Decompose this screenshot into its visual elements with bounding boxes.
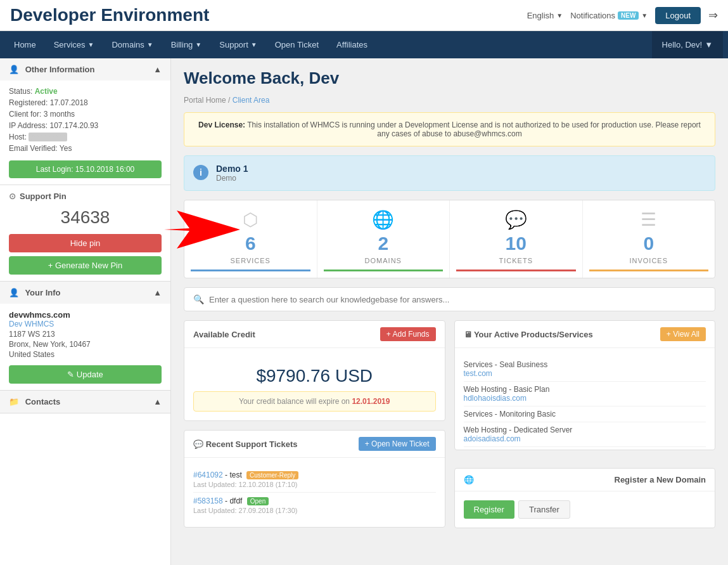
your-info-body: devwhmcs.com Dev WHMCS 1187 WS 213 Bronx… <box>0 304 170 390</box>
notifications-button[interactable]: Notifications NEW ▼ <box>570 11 648 20</box>
stat-tickets[interactable]: 💬 10 TICKETS <box>450 200 583 278</box>
support-dropdown-icon: ▼ <box>251 41 257 48</box>
notif-label: Notifications <box>570 11 615 20</box>
nav-home[interactable]: Home <box>5 31 45 58</box>
contacts-section: 📁 Contacts ▲ <box>0 391 170 413</box>
dev-license-prefix: Dev License: <box>198 120 245 129</box>
domains-dropdown-icon: ▼ <box>147 41 153 48</box>
breadcrumb-portal[interactable]: Portal Home <box>184 96 226 105</box>
product-link-4[interactable]: adoisadiasd.com <box>464 434 706 443</box>
products-card-body: Services - Seal Business test.com Web Ho… <box>455 348 715 450</box>
tickets-stat-icon: 💬 <box>456 209 576 230</box>
other-info-title: Other Information <box>25 65 95 74</box>
ticket-id-2[interactable]: #583158 <box>193 497 223 505</box>
search-bar: 🔍 <box>184 287 715 311</box>
nav-hello-label: Hello, Dev! <box>662 40 703 49</box>
nav-services-label: Services <box>54 40 86 49</box>
other-info-body: Status: Active Registered: 17.07.2018 Cl… <box>0 81 170 185</box>
dev-license-notice: Dev License: This installation of WHMCS … <box>184 112 715 146</box>
nav-support[interactable]: Support ▼ <box>210 31 265 58</box>
app-title: Developer Environment <box>10 5 209 25</box>
domain-icon: 🌐 <box>464 475 474 484</box>
product-link-1[interactable]: test.com <box>464 369 706 378</box>
email-verified-value: Yes <box>60 144 72 153</box>
stat-invoices[interactable]: ☰ 0 INVOICES <box>583 200 715 278</box>
breadcrumb-current[interactable]: Client Area <box>233 96 270 105</box>
stat-domains[interactable]: 🌐 2 DOMAINS <box>317 200 450 278</box>
domains-stat-icon: 🌐 <box>324 209 444 230</box>
ticket-item: #641092 - test Customer-Reply Last Updat… <box>193 467 436 493</box>
services-stat-icon: ⬡ <box>191 209 310 230</box>
demo-title: Demo 1 <box>216 164 248 174</box>
nav-domains[interactable]: Domains ▼ <box>103 31 162 58</box>
your-info-title: Your Info <box>25 288 60 297</box>
address-line2: Bronx, New York, 10467 <box>9 340 162 349</box>
host-row: Host: 9xxxxxxxxx <box>9 133 162 141</box>
services-count: 6 <box>191 233 310 254</box>
register-button[interactable]: Register <box>464 500 514 519</box>
status-row: Status: Active <box>9 87 162 96</box>
ticket-subject-2: - dfdf <box>225 497 242 505</box>
your-info-collapse-icon[interactable]: ▲ <box>153 288 162 297</box>
nav-services[interactable]: Services ▼ <box>45 31 103 58</box>
product-item-1: Services - Seal Business test.com <box>464 357 706 382</box>
your-info-header: 👤 Your Info ▲ <box>0 282 170 304</box>
product-name-2: Web Hosting - Basic Plan <box>464 385 706 394</box>
logout-button[interactable]: Logout <box>655 7 701 24</box>
nav-open-ticket-label: Open Ticket <box>275 40 319 49</box>
support-pin-header: ⊙ Support Pin <box>9 192 162 201</box>
demo-subtitle: Demo <box>216 174 248 183</box>
update-button[interactable]: ✎ Update <box>9 365 162 384</box>
last-login-button[interactable]: Last Login: 15.10.2018 16:00 <box>9 160 162 178</box>
generate-pin-button[interactable]: + Generate New Pin <box>9 256 162 275</box>
transfer-button[interactable]: Transfer <box>518 500 570 519</box>
tickets-underline <box>456 270 576 271</box>
domain-actions: Register Transfer <box>464 500 706 519</box>
ticket-subject-1: - test <box>225 471 242 479</box>
credit-card: Available Credit + Add Funds $9790.76 US… <box>184 320 445 421</box>
tickets-card-header: 💬 Recent Support Tickets + Open New Tick… <box>184 431 445 458</box>
contacts-collapse-icon[interactable]: ▲ <box>153 397 162 406</box>
host-value: 9xxxxxxxxx <box>29 133 67 141</box>
ticket-updated-2: Last Updated: 27.09.2018 (17:30) <box>193 507 436 514</box>
other-information-section: 👤 Other Information ▲ Status: Active Reg… <box>0 58 170 185</box>
country: United States <box>9 350 162 359</box>
nav-hello[interactable]: Hello, Dev! ▼ <box>652 31 723 58</box>
registered-row: Registered: 17.07.2018 <box>9 98 162 107</box>
stat-services[interactable]: ⬡ 6 SERVICES <box>184 200 317 278</box>
pin-icon: ⊙ <box>9 192 16 201</box>
ticket-item-2: #583158 - dfdf Open Last Updated: 27.09.… <box>193 493 436 518</box>
ticket-id-1[interactable]: #641092 <box>193 471 223 479</box>
open-ticket-button[interactable]: + Open New Ticket <box>359 437 436 451</box>
info-icon: i <box>193 165 208 180</box>
folder-icon: 📁 <box>9 397 19 406</box>
invoices-label: INVOICES <box>589 257 709 264</box>
billing-dropdown-icon: ▼ <box>195 41 201 48</box>
nav-open-ticket[interactable]: Open Ticket <box>266 31 328 58</box>
exit-icon[interactable]: ⇒ <box>708 8 718 22</box>
ticket-updated-1: Last Updated: 12.10.2018 (17:10) <box>193 481 436 488</box>
collapse-icon[interactable]: ▲ <box>153 65 162 74</box>
view-all-button[interactable]: + View All <box>660 327 706 341</box>
add-funds-button[interactable]: + Add Funds <box>380 327 436 341</box>
tickets-label: TICKETS <box>456 257 576 264</box>
person-icon: 👤 <box>9 288 19 297</box>
new-badge: NEW <box>618 11 639 20</box>
language-selector[interactable]: English ▼ <box>527 11 563 20</box>
product-link-2[interactable]: hdlohaoisdias.com <box>464 394 706 403</box>
hello-dropdown-icon: ▼ <box>705 40 713 49</box>
product-name-1: Services - Seal Business <box>464 360 706 369</box>
hide-pin-button[interactable]: Hide pin <box>9 234 162 252</box>
contacts-title: Contacts <box>25 397 61 406</box>
domains-label: DOMAINS <box>324 257 444 264</box>
email-verified-row: Email Verified: Yes <box>9 144 162 153</box>
search-input[interactable] <box>209 295 706 304</box>
credit-card-body: $9790.76 USD Your credit balance will ex… <box>184 348 445 420</box>
pin-number: 34638 <box>9 207 162 228</box>
right-column: 🖥 Your Active Products/Services + View A… <box>454 320 716 537</box>
top-bar: Developer Environment English ▼ Notifica… <box>0 0 728 31</box>
nav-affiliates[interactable]: Affiliates <box>328 31 376 58</box>
nav-billing[interactable]: Billing ▼ <box>162 31 211 58</box>
registered-value: 17.07.2018 <box>50 98 88 107</box>
services-label: SERVICES <box>191 257 310 264</box>
